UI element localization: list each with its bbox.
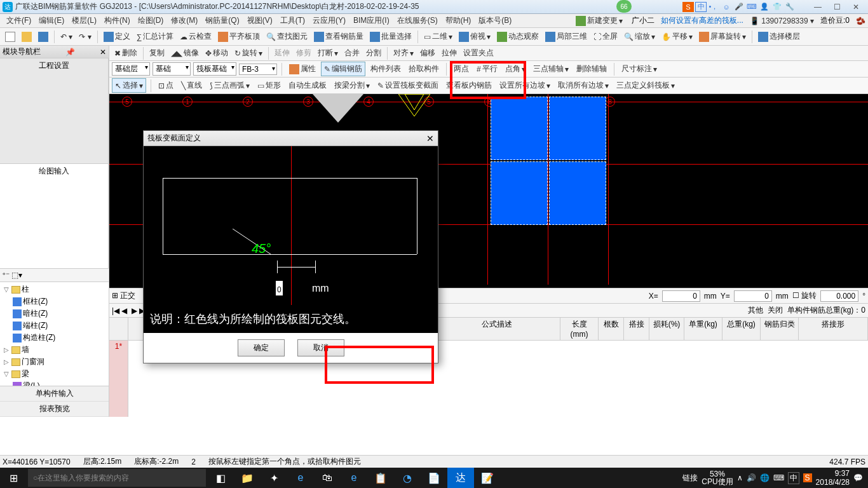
nav-first[interactable]: |◀	[112, 306, 119, 315]
copy-button[interactable]: 复制	[147, 46, 167, 60]
search-box[interactable]: ○ 在这里输入你要搜索的内容	[28, 469, 206, 487]
tray-sogou[interactable]: S	[803, 473, 812, 482]
menu-modify[interactable]: 修改(M)	[167, 14, 201, 27]
three-slope-button[interactable]: 三点定义斜筏板 ▾	[614, 79, 677, 92]
sogou-icon[interactable]: S	[682, 2, 694, 12]
menu-view[interactable]: 视图(V)	[243, 14, 276, 27]
del-button[interactable]: ✖ 删除	[112, 46, 140, 60]
stretch-button[interactable]: 拉伸	[439, 46, 459, 60]
task-view-icon[interactable]: ◧	[207, 468, 234, 488]
ime-tool[interactable]: 🔧	[784, 2, 796, 12]
part3d-button[interactable]: 局部三维	[543, 30, 590, 43]
info-other[interactable]: 其他	[748, 305, 763, 316]
ime-mic[interactable]: 🎤	[733, 2, 745, 12]
new-icon[interactable]	[3, 30, 18, 43]
store-icon[interactable]: 🛍	[314, 468, 341, 488]
view2d-button[interactable]: ▭ 二维 ▾	[421, 30, 455, 43]
app6-icon[interactable]: 📝	[474, 468, 501, 488]
tray-ch[interactable]: 中	[788, 472, 799, 484]
ortho-button[interactable]: ⊞ 正交	[112, 290, 135, 301]
menu-cloud[interactable]: 云应用(Y)	[309, 14, 349, 27]
set-slope-button[interactable]: 设置所有边坡 ▾	[497, 79, 553, 92]
menu-draw[interactable]: 绘图(D)	[134, 14, 168, 27]
tree-az[interactable]: 暗柱(Z)	[1, 308, 107, 320]
menu-online[interactable]: 在线服务(S)	[393, 14, 442, 27]
pan-button[interactable]: ✋ 平移 ▾	[659, 30, 695, 43]
pick-button[interactable]: 拾取构件	[406, 62, 442, 76]
folder-icon[interactable]: 📁	[234, 468, 261, 488]
clamp-button[interactable]: 设置夹点	[461, 46, 496, 60]
del-aux-button[interactable]: 删除辅轴	[574, 62, 609, 76]
dim-button[interactable]: 尺寸标注 ▾	[619, 62, 660, 76]
two-pt-button[interactable]: 两点	[451, 62, 471, 76]
sum-button[interactable]: ∑ 汇总计算	[134, 30, 177, 43]
tree-liangL[interactable]: 梁(L)	[1, 380, 107, 386]
app2-icon[interactable]: 📋	[367, 468, 394, 488]
edge-icon[interactable]: e	[287, 468, 314, 488]
x-input[interactable]	[662, 290, 700, 302]
point-button[interactable]: ⊡ 点	[156, 79, 176, 92]
batch-button[interactable]: 批量选择	[367, 30, 414, 43]
type-select[interactable]: 基础	[153, 62, 191, 76]
three-aux-button[interactable]: 三点辅轴 ▾	[531, 62, 571, 76]
tree-gzz[interactable]: 构造柱(Z)	[1, 332, 107, 344]
start-button[interactable]: ⊞	[0, 468, 27, 488]
arc-button[interactable]: ⟆ 三点画弧 ▾	[207, 79, 252, 92]
attr-button[interactable]: 属性	[287, 62, 318, 76]
view-rebar-button[interactable]: 查看钢筋量	[311, 30, 366, 43]
align-button[interactable]: 对齐 ▾	[391, 46, 416, 60]
select-floor-button[interactable]: 选择楼层	[756, 30, 803, 43]
dialog-close-icon[interactable]: ✕	[426, 133, 434, 144]
menu-floor[interactable]: 楼层(L)	[68, 14, 100, 27]
flat-button[interactable]: 平齐板顶	[215, 30, 262, 43]
tree-kz[interactable]: 框柱(Z)	[1, 295, 107, 308]
phone-label[interactable]: 📱 13907298339 ▾	[750, 17, 814, 25]
menu-bim[interactable]: BIM应用(I)	[349, 14, 393, 27]
cloud-check-button[interactable]: ☁ 云检查	[177, 30, 214, 43]
app3-icon[interactable]: ◔	[394, 468, 421, 488]
break-button[interactable]: 打断 ▾	[315, 46, 341, 60]
ime-kbd[interactable]: ⌨	[746, 2, 757, 12]
nav-next[interactable]: ▶	[132, 306, 137, 315]
ime-skin[interactable]: 👕	[771, 2, 783, 12]
zoom-button[interactable]: 🔍 缩放 ▾	[621, 30, 658, 43]
app1-icon[interactable]: ✦	[261, 468, 287, 488]
tree-liang[interactable]: ▽梁	[1, 368, 107, 380]
undo-icon[interactable]: ↶ ▾	[58, 31, 75, 43]
tray-up-icon[interactable]: ∧	[737, 473, 743, 482]
view-inner-button[interactable]: 查看板内钢筋	[444, 79, 494, 92]
merge-button[interactable]: 合并	[342, 46, 362, 60]
info-close[interactable]: 关闭	[768, 305, 783, 316]
menu-tool[interactable]: 工具(T)	[276, 14, 309, 27]
select-button[interactable]: ↖ 选择 ▾	[112, 78, 146, 93]
tray-kbd-icon[interactable]: ⌨	[773, 473, 784, 482]
tab-draw[interactable]: 绘图输入	[0, 164, 109, 269]
ime-punct[interactable]: •，	[708, 2, 719, 12]
app5-icon[interactable]: 达	[447, 468, 474, 488]
float-badge[interactable]: 66	[616, 0, 632, 13]
new-change-button[interactable]: 新建变更 ▾	[573, 14, 625, 27]
open-icon[interactable]	[19, 30, 34, 43]
min-button[interactable]: —	[808, 1, 827, 13]
ime-smile[interactable]: ☺	[721, 2, 732, 12]
menu-edit[interactable]: 编辑(E)	[35, 14, 68, 27]
ime-user[interactable]: 👤	[759, 2, 770, 12]
menu-component[interactable]: 构件(N)	[100, 14, 134, 27]
nav-close-icon[interactable]: ✕	[100, 48, 106, 57]
link-label[interactable]: 链接	[682, 473, 698, 484]
rotate-button[interactable]: ↻ 旋转 ▾	[232, 46, 265, 60]
nav-input[interactable]: 单构件输入	[0, 386, 109, 402]
app4-icon[interactable]: 📄	[421, 468, 447, 488]
line-button[interactable]: ╲ 直线	[179, 79, 205, 92]
move-button[interactable]: ✥ 移动	[203, 46, 231, 60]
nav-pin-icon[interactable]: 📌	[65, 48, 75, 57]
close-button[interactable]: ✕	[846, 1, 865, 13]
tree-dz[interactable]: 端柱(Z)	[1, 320, 107, 332]
parallel-button[interactable]: # 平行	[474, 62, 500, 76]
menu-rebar[interactable]: 钢筋量(Q)	[201, 14, 243, 27]
ie-icon[interactable]: e	[341, 468, 367, 488]
row-1[interactable]: 1*	[109, 341, 128, 417]
nav-preview[interactable]: 报表预览	[0, 402, 109, 417]
ok-button[interactable]: 确定	[238, 339, 285, 356]
dynamic-button[interactable]: 动态观察	[494, 30, 541, 43]
